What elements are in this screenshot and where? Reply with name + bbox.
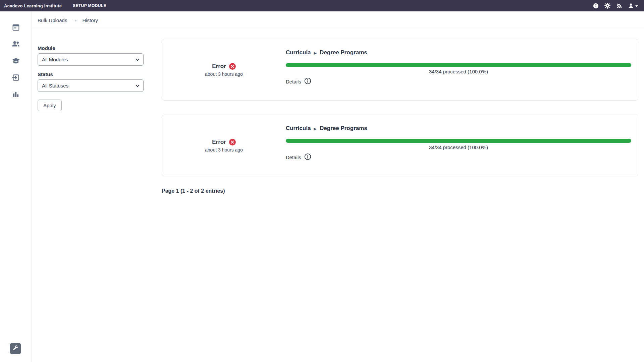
filters-panel: Module All Modules Status All Statuses A… [38, 45, 144, 111]
module-filter-label: Module [38, 45, 144, 51]
user-menu[interactable] [628, 2, 638, 9]
progress-bar [286, 63, 631, 67]
sidebar [0, 11, 32, 362]
calendar-icon [12, 23, 20, 32]
progress-bar-fill [286, 139, 631, 143]
sidebar-item-enrollment[interactable] [0, 69, 32, 86]
upload-module: Curricula [286, 125, 311, 132]
sidebar-item-users[interactable] [0, 36, 32, 52]
apply-button[interactable]: Apply [38, 100, 62, 111]
nav-setup-module[interactable]: SETUP MODULE [73, 3, 106, 8]
status-label: Error [212, 63, 226, 70]
sidebar-nav [0, 11, 32, 103]
upload-timestamp: about 3 hours ago [205, 147, 243, 153]
upload-detail-column: Curricula ▶ Degree Programs 34/34 proces… [286, 115, 638, 176]
progress-text: 34/34 processed (100.0%) [286, 144, 631, 150]
breadcrumb-arrow-icon: → [72, 17, 77, 23]
brand-title: Acadevo Learning Institute [4, 3, 62, 8]
main-content: Module All Modules Status All Statuses A… [32, 29, 644, 362]
upload-status-column: Error about 3 hours ago [162, 115, 286, 176]
status-label: Error [212, 139, 226, 145]
module-select[interactable]: All Modules [38, 53, 144, 66]
gear-icon[interactable] [604, 2, 611, 9]
error-x-circle-icon [229, 139, 236, 145]
topbar-actions [592, 2, 640, 9]
info-circle-icon[interactable] [592, 2, 599, 9]
upload-submodule: Degree Programs [320, 125, 367, 132]
wrench-icon [12, 345, 19, 353]
details-link[interactable]: Details [286, 77, 311, 86]
users-icon [11, 40, 20, 48]
upload-history-card: Error about 3 hours ago Curricula ▶ Degr… [162, 39, 638, 101]
breadcrumb-bulk-uploads[interactable]: Bulk Uploads [38, 17, 67, 23]
details-label: Details [286, 79, 301, 84]
pagination-summary: Page 1 (1 - 2 of 2 entries) [162, 188, 225, 194]
upload-history-card: Error about 3 hours ago Curricula ▶ Degr… [162, 115, 638, 176]
triangle-right-icon: ▶ [314, 126, 317, 131]
topbar: Acadevo Learning Institute SETUP MODULE [0, 0, 644, 11]
upload-module: Curricula [286, 49, 311, 56]
upload-history-list: Error about 3 hours ago Curricula ▶ Degr… [162, 39, 638, 190]
caret-down-icon [635, 5, 638, 7]
bar-chart-icon [12, 90, 20, 98]
info-icon [304, 77, 311, 86]
breadcrumb-history: History [82, 17, 98, 23]
error-x-circle-icon [229, 63, 236, 70]
sidebar-item-reports[interactable] [0, 86, 32, 103]
details-label: Details [286, 155, 301, 160]
sidebar-item-calendar[interactable] [0, 19, 32, 36]
upload-submodule: Degree Programs [320, 49, 367, 56]
user-icon [628, 2, 634, 9]
status-filter-label: Status [38, 71, 144, 77]
triangle-right-icon: ▶ [314, 50, 317, 55]
module-select-wrap: All Modules [38, 53, 144, 66]
tools-button[interactable] [10, 343, 21, 354]
info-icon [304, 153, 311, 162]
rss-icon[interactable] [616, 2, 623, 9]
sign-in-icon [12, 73, 20, 82]
breadcrumb: Bulk Uploads → History [32, 11, 644, 29]
progress-bar-fill [286, 63, 631, 67]
graduation-cap-icon [11, 56, 20, 65]
details-link[interactable]: Details [286, 153, 311, 162]
progress-text: 34/34 processed (100.0%) [286, 69, 631, 74]
progress-bar [286, 139, 631, 143]
status-select[interactable]: All Statuses [38, 79, 144, 92]
status-select-wrap: All Statuses [38, 79, 144, 92]
sidebar-item-academics[interactable] [0, 52, 32, 69]
upload-status-column: Error about 3 hours ago [162, 39, 286, 100]
upload-detail-column: Curricula ▶ Degree Programs 34/34 proces… [286, 39, 638, 100]
upload-timestamp: about 3 hours ago [205, 71, 243, 77]
